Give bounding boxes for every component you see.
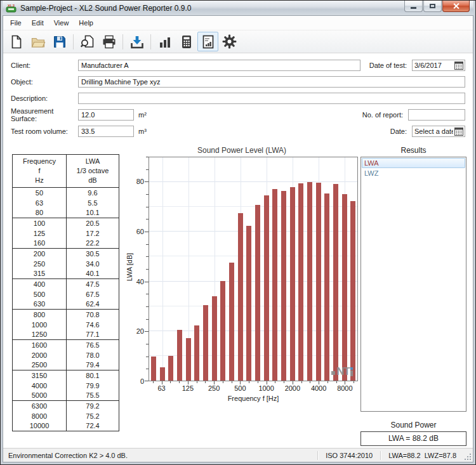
sound-power-value: LWA = 88.2 dB	[360, 431, 466, 446]
print-preview-button[interactable]	[77, 32, 98, 51]
chart-title: Sound Power Level (LWA)	[126, 146, 358, 155]
table-cell: 74.6	[66, 320, 119, 330]
test-room-volume-unit: m³	[138, 128, 147, 135]
menu-view[interactable]: View	[49, 17, 74, 29]
table-cell: 9.6	[66, 188, 119, 198]
x-axis-tick	[284, 381, 284, 383]
chart-bar	[212, 296, 217, 381]
table-cell: 67.5	[66, 289, 119, 299]
table-row: 25034.0	[13, 259, 119, 269]
report-form: Client: Date of test: 3/6/2017	[3, 53, 473, 142]
table-row: 80070.8	[13, 310, 119, 320]
x-axis-tick	[197, 381, 197, 383]
table-cell: 70.8	[66, 310, 119, 320]
import-data-icon	[129, 34, 145, 49]
import-data-button[interactable]	[126, 32, 147, 51]
chart-bar	[151, 357, 156, 381]
save-icon	[52, 34, 67, 49]
print-button[interactable]	[98, 32, 119, 51]
table-cell: 2500	[13, 360, 67, 370]
table-cell: 30.5	[66, 249, 119, 259]
minimize-button[interactable]	[404, 1, 423, 12]
table-cell: 47.5	[66, 279, 119, 289]
chart-bar	[177, 330, 182, 381]
table-cell: 3150	[13, 370, 67, 381]
gridline-horizontal	[149, 181, 357, 182]
chart-bar	[307, 182, 312, 381]
description-input[interactable]	[78, 93, 465, 104]
save-button[interactable]	[49, 32, 70, 51]
table-cell: 100	[13, 218, 67, 228]
chart-bar	[168, 356, 173, 381]
table-cell: 34.0	[66, 259, 119, 269]
result-item-lwz[interactable]: LWZ	[362, 168, 465, 178]
close-button[interactable]	[442, 1, 470, 12]
report-view-icon	[201, 34, 216, 49]
minimize-icon	[411, 7, 416, 9]
menu-file[interactable]: File	[5, 17, 27, 29]
table-row: 31540.1	[13, 269, 119, 279]
y-axis-tick-label: 0	[140, 377, 144, 385]
table-row: 800075.2	[13, 411, 119, 421]
bar-chart-button[interactable]	[154, 32, 175, 51]
chart-bar	[342, 194, 347, 381]
toolbar-separator	[150, 34, 151, 49]
table-row: 125077.1	[13, 330, 119, 340]
table-row: 1000072.4	[13, 421, 119, 431]
calendar-icon[interactable]	[453, 60, 465, 70]
maximize-icon	[430, 4, 435, 8]
table-cell: 8000	[13, 411, 67, 421]
x-axis-tick-label: 500	[234, 384, 246, 392]
table-row: 250079.4	[13, 360, 119, 370]
settings-button[interactable]	[219, 32, 240, 51]
maximize-button[interactable]	[423, 1, 442, 12]
calculator-button[interactable]	[176, 32, 197, 51]
table-cell: 5000	[13, 391, 67, 401]
chart-bar	[238, 213, 243, 381]
chart-bar	[186, 338, 191, 381]
nti-logo-letters: NT	[336, 367, 350, 376]
table-cell: 10000	[13, 421, 67, 431]
result-item-lwa[interactable]: LWA	[362, 158, 465, 168]
date-of-test-field[interactable]: 3/6/2017	[412, 60, 465, 71]
date-value: Select a date	[413, 128, 453, 135]
measurement-surface-label: Measurement Surface:	[11, 107, 78, 122]
table-cell: 40.1	[66, 269, 119, 279]
no-of-report-input[interactable]	[408, 109, 465, 121]
measurement-surface-unit: m²	[138, 111, 147, 119]
menu-help[interactable]: Help	[74, 17, 98, 29]
chart-bar	[264, 195, 269, 381]
test-room-volume-input[interactable]	[78, 126, 134, 137]
client-input[interactable]	[78, 60, 360, 71]
new-document-button[interactable]	[6, 32, 27, 51]
chart-bar	[272, 189, 277, 381]
chart-bar	[290, 187, 295, 381]
calendar-icon[interactable]	[453, 126, 465, 136]
toolbar-separator	[122, 34, 123, 49]
results-list[interactable]: LWALWZ	[360, 157, 466, 412]
table-cell: 76.5	[66, 340, 119, 350]
table-header-lwa: LWA 1/3 octave dB	[66, 155, 119, 188]
sound-power-title: Sound Power	[360, 421, 466, 429]
measurement-surface-input[interactable]	[78, 109, 134, 121]
table-cell: 1250	[13, 330, 67, 340]
window-title: Sample-Project - XL2 Sound Power Reporte…	[20, 4, 191, 13]
table-cell: 125	[13, 228, 67, 239]
table-cell: 50	[13, 188, 67, 198]
open-folder-button[interactable]	[27, 32, 48, 51]
object-input[interactable]	[78, 76, 465, 88]
date-label: Date:	[390, 128, 407, 135]
frequency-table-panel: Frequency f Hz LWA 1/3 octave dB 509.663…	[12, 146, 119, 448]
table-cell: 79.9	[66, 381, 119, 391]
table-cell: 80.1	[66, 370, 119, 381]
date-field[interactable]: Select a date	[412, 126, 465, 137]
report-view-button[interactable]	[197, 32, 218, 51]
table-cell: 1000	[13, 320, 67, 330]
table-row: 500075.5	[13, 391, 119, 401]
menu-edit[interactable]: Edit	[27, 17, 49, 29]
table-cell: 500	[13, 289, 67, 299]
table-cell: 22.2	[66, 239, 119, 249]
table-cell: 80	[13, 208, 67, 218]
resize-grip[interactable]	[463, 450, 472, 461]
client-label: Client:	[11, 62, 78, 69]
